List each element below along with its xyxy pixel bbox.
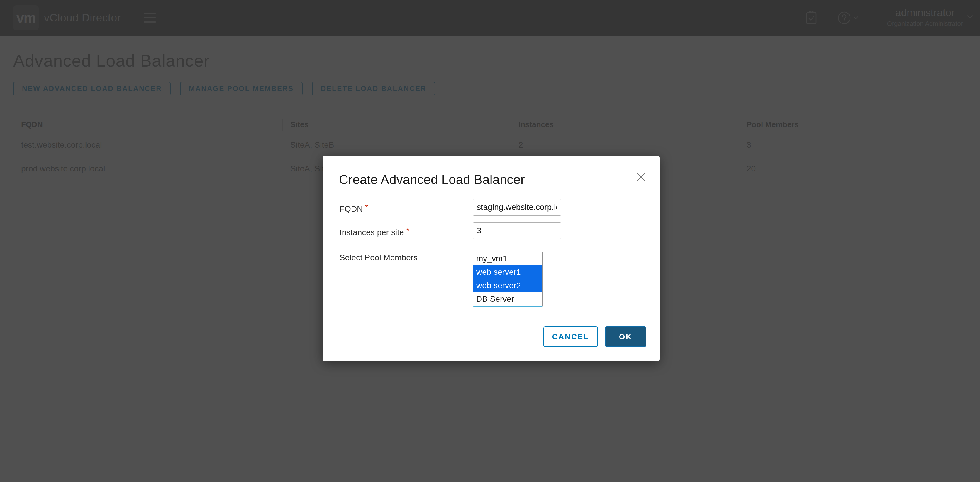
create-load-balancer-dialog: Create Advanced Load Balancer FQDN* Inst… [323,156,660,361]
instances-per-site-input[interactable] [473,222,561,239]
cancel-button[interactable]: CANCEL [543,326,598,347]
close-icon[interactable] [635,171,648,184]
dialog-footer: CANCEL OK [543,326,646,347]
pool-member-option[interactable]: my_vm1 [473,252,542,265]
instances-per-site-label: Instances per site* [340,222,409,241]
pool-member-option[interactable]: web server1 [473,265,542,279]
required-asterisk: * [406,226,409,235]
dialog-title: Create Advanced Load Balancer [339,172,525,187]
pool-members-listbox: my_vm1 web server1 web server2 DB Server [473,252,543,307]
required-asterisk: * [365,203,368,212]
pool-member-option[interactable]: DB Server [473,292,542,306]
fqdn-label: FQDN* [340,199,368,217]
ok-button[interactable]: OK [605,326,646,347]
fqdn-input[interactable] [473,199,561,216]
pool-member-option[interactable]: web server2 [473,279,542,292]
select-pool-members-label: Select Pool Members [340,253,418,263]
